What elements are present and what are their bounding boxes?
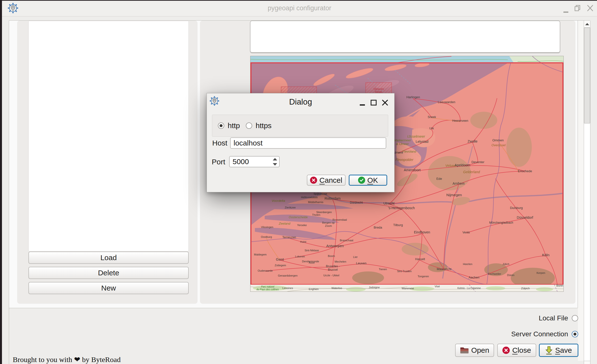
svg-text:Waremme: Waremme xyxy=(402,287,414,290)
cancel-x-icon xyxy=(310,177,317,184)
ok-button[interactable]: OK xyxy=(349,175,387,186)
ok-button-label: OK xyxy=(367,176,378,184)
svg-text:Sneek: Sneek xyxy=(428,115,436,119)
server-connection-radio[interactable] xyxy=(572,331,578,337)
config-list-panel: Load Delete New xyxy=(17,21,198,304)
viewport-bottom-border xyxy=(9,308,578,308)
svg-text:Vlieland's: Vlieland's xyxy=(373,88,384,90)
save-button[interactable]: Save xyxy=(539,344,578,357)
svg-text:Terneuzen: Terneuzen xyxy=(282,236,296,239)
load-button[interactable]: Load xyxy=(28,252,189,264)
svg-text:Oosterschelde: Oosterschelde xyxy=(289,216,308,219)
svg-text:Leuven: Leuven xyxy=(356,261,367,265)
server-connection-option[interactable]: Server Connection xyxy=(511,330,578,338)
svg-text:Parc naturel: Parc naturel xyxy=(261,285,274,288)
cancel-button-label: Cancel xyxy=(319,176,342,184)
svg-text:Dordrecht: Dordrecht xyxy=(350,201,363,204)
svg-text:Deventer: Deventer xyxy=(472,160,485,164)
svg-text:Lokeren: Lokeren xyxy=(295,255,305,258)
http-label: http xyxy=(228,121,240,130)
dialog-title: Dialog xyxy=(207,97,394,107)
window-title: pygeoapi configurator xyxy=(2,4,597,12)
svg-text:Apeldoorn: Apeldoorn xyxy=(455,163,470,167)
delete-button[interactable]: Delete xyxy=(28,267,189,279)
svg-text:Zülpich: Zülpich xyxy=(521,287,530,290)
svg-text:Ommen: Ommen xyxy=(492,138,504,142)
svg-text:Zeeland: Zeeland xyxy=(279,222,291,225)
svg-text:Yerseke: Yerseke xyxy=(297,224,307,227)
svg-text:Mechelen: Mechelen xyxy=(335,260,346,263)
svg-text:Gent: Gent xyxy=(276,257,284,261)
vertical-scrollbar[interactable] xyxy=(584,21,590,364)
svg-text:Waterloo: Waterloo xyxy=(331,287,342,290)
svg-text:du Pays des collines: du Pays des collines xyxy=(256,288,279,291)
folder-icon xyxy=(460,346,469,354)
close-button[interactable]: Close xyxy=(497,344,536,357)
svg-text:Geraardsbergen: Geraardsbergen xyxy=(278,274,298,277)
svg-text:Oostburg: Oostburg xyxy=(261,235,272,238)
dialog-maximize-icon[interactable] xyxy=(371,93,377,112)
host-label: Host xyxy=(212,139,227,147)
svg-text:Voordelta: Voordelta xyxy=(272,199,285,203)
dialog-minimize-icon[interactable] xyxy=(359,93,366,112)
open-button[interactable]: Open xyxy=(455,344,494,357)
close-x-icon xyxy=(502,347,510,354)
cancel-button[interactable]: Cancel xyxy=(307,175,346,186)
frame-border-left xyxy=(9,20,9,364)
port-spin-down-icon[interactable] xyxy=(271,162,279,167)
connection-dialog[interactable]: Dialog http https Host Port xyxy=(207,93,395,192)
svg-text:Brasschaat: Brasschaat xyxy=(340,239,353,242)
svg-text:Lier: Lier xyxy=(353,255,358,258)
svg-text:Oudenaarde: Oudenaarde xyxy=(258,269,273,272)
svg-text:Eschweiler: Eschweiler xyxy=(488,272,501,275)
svg-text:Eindhoven: Eindhoven xyxy=(414,230,430,234)
svg-text:Rotterdam: Rotterdam xyxy=(324,196,340,200)
svg-text:Overijssel: Overijssel xyxy=(491,143,506,147)
svg-text:Tongeren: Tongeren xyxy=(418,275,429,278)
svg-text:Breda: Breda xyxy=(374,226,382,229)
restore-icon[interactable] xyxy=(574,3,581,13)
svg-text:Nijmegen: Nijmegen xyxy=(446,193,462,197)
local-file-radio[interactable] xyxy=(572,315,578,321)
pygeoapi-configurator-window: pygeoapi configurator Load De xyxy=(0,0,597,364)
svg-text:Utrecht: Utrecht xyxy=(383,201,394,205)
svg-text:Leeuwarden: Leeuwarden xyxy=(438,100,455,104)
svg-text:& IJmeer: & IJmeer xyxy=(396,142,409,146)
description-textarea[interactable] xyxy=(250,21,560,53)
port-spinbox[interactable] xyxy=(229,156,280,167)
svg-text:Duisburg: Duisburg xyxy=(510,206,523,210)
minimize-icon[interactable] xyxy=(563,3,569,13)
svg-text:Arnhem: Arnhem xyxy=(452,182,464,185)
https-label: https xyxy=(256,121,272,130)
title-bar[interactable]: pygeoapi configurator xyxy=(2,0,597,16)
screen-top-edge xyxy=(0,0,597,1)
port-input[interactable] xyxy=(230,157,274,167)
dialog-close-icon[interactable] xyxy=(381,93,389,112)
scrollbar-thumb[interactable] xyxy=(584,28,590,123)
port-spin-up-icon[interactable] xyxy=(271,157,279,162)
scroll-up-arrow-icon xyxy=(585,23,589,25)
svg-text:Kelmis - La Calamine: Kelmis - La Calamine xyxy=(457,287,481,290)
scrollbar-down-button[interactable] xyxy=(584,361,590,364)
host-input[interactable] xyxy=(230,137,386,149)
svg-text:Vlissingen: Vlissingen xyxy=(261,226,273,229)
http-option[interactable]: http xyxy=(218,121,240,130)
port-label: Port xyxy=(212,158,225,166)
open-button-label: Open xyxy=(471,346,489,354)
svg-text:Sint-Niklaas: Sint-Niklaas xyxy=(305,249,319,252)
https-option[interactable]: https xyxy=(246,121,272,130)
new-button[interactable]: New xyxy=(28,282,189,294)
ok-check-icon xyxy=(358,177,365,184)
svg-text:Harlingen: Harlingen xyxy=(406,95,420,99)
http-radio[interactable] xyxy=(218,122,224,129)
config-list[interactable] xyxy=(28,21,189,251)
close-icon[interactable] xyxy=(587,3,594,13)
local-file-option[interactable]: Local File xyxy=(539,314,578,322)
svg-text:Uccle - Ukkel: Uccle - Ukkel xyxy=(323,274,339,277)
svg-text:Spijkenisse: Spijkenisse xyxy=(313,192,327,195)
svg-text:Zwolle: Zwolle xyxy=(468,139,478,143)
svg-text:Zierikzee: Zierikzee xyxy=(285,206,296,209)
close-button-label: Close xyxy=(512,346,531,354)
https-radio[interactable] xyxy=(246,122,252,129)
scrollbar-up-button[interactable] xyxy=(584,21,590,28)
